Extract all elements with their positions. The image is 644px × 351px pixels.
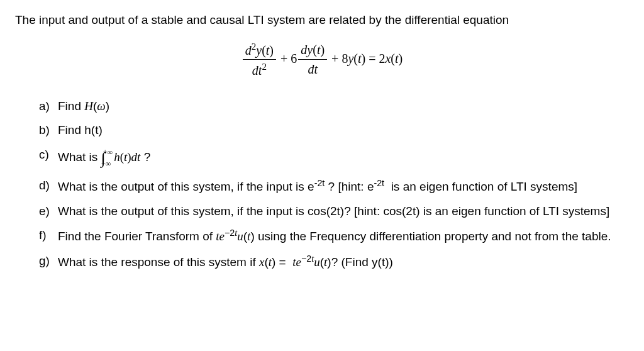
- item-label: c): [39, 146, 58, 170]
- item-label: a): [39, 98, 58, 116]
- list-item: c) What is ∫+∞−∞ h(t)dt ?: [39, 146, 629, 170]
- differential-equation: d2y(t)dt2 + 6dy(t)dt + 8y(t) = 2x(t): [15, 40, 629, 80]
- item-content: What is ∫+∞−∞ h(t)dt ?: [58, 146, 629, 170]
- item-content: Find h(t): [58, 121, 629, 140]
- item-content: What is the response of this system if x…: [58, 252, 629, 272]
- item-content: Find H(ω): [58, 98, 629, 116]
- list-item: e) What is the output of this system, if…: [39, 203, 629, 221]
- item-label: d): [39, 177, 58, 196]
- question-list: a) Find H(ω) b) Find h(t) c) What is ∫+∞…: [15, 98, 629, 272]
- list-item: b) Find h(t): [39, 121, 629, 140]
- list-item: g) What is the response of this system i…: [39, 252, 629, 272]
- item-content: Find the Fourier Transform of te−2tu(t) …: [58, 226, 629, 246]
- item-content: What is the output of this system, if th…: [58, 177, 629, 196]
- list-item: a) Find H(ω): [39, 98, 629, 116]
- item-label: f): [39, 226, 58, 246]
- list-item: d) What is the output of this system, if…: [39, 177, 629, 196]
- item-label: b): [39, 121, 58, 140]
- item-label: e): [39, 203, 58, 221]
- item-content: What is the output of this system, if th…: [58, 203, 629, 221]
- list-item: f) Find the Fourier Transform of te−2tu(…: [39, 226, 629, 246]
- item-label: g): [39, 252, 58, 272]
- intro-text: The input and output of a stable and cau…: [15, 11, 629, 30]
